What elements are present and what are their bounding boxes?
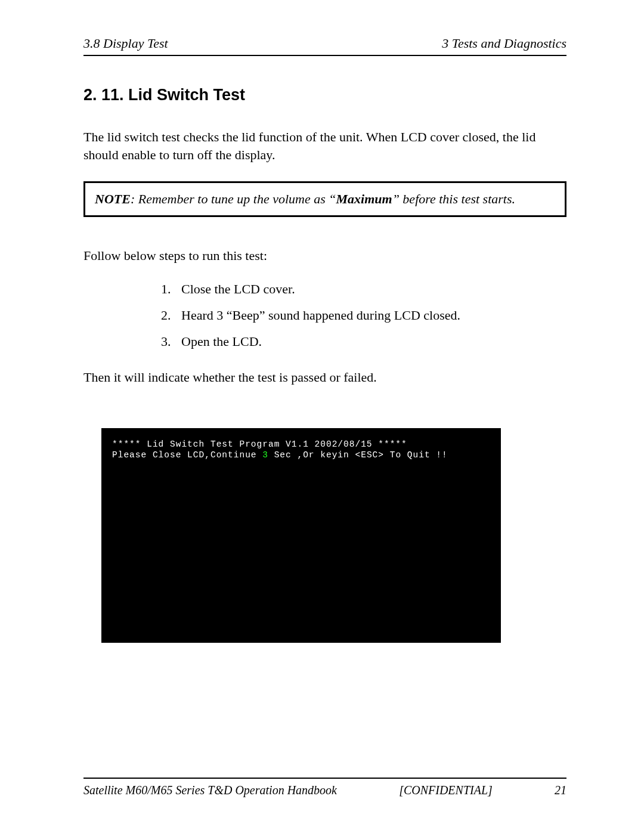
step-text: Close the LCD cover. <box>181 281 295 297</box>
note-sep: : <box>131 191 138 206</box>
terminal-line-2-prefix: Please Close LCD,Continue <box>112 450 262 460</box>
note-box: NOTE: Remember to tune up the volume as … <box>83 181 566 217</box>
header-left: 3.8 Display Test <box>83 36 168 51</box>
step-item: 2. Heard 3 “Beep” sound happened during … <box>161 308 566 323</box>
terminal-screenshot: ***** Lid Switch Test Program V1.1 2002/… <box>101 428 501 643</box>
step-item: 3. Open the LCD. <box>161 334 566 349</box>
terminal-line-2-highlight: 3 <box>262 450 268 460</box>
footer-page-number: 21 <box>555 784 566 797</box>
steps-list: 1. Close the LCD cover. 2. Heard 3 “Beep… <box>161 281 566 349</box>
terminal-line-1: ***** Lid Switch Test Program V1.1 2002/… <box>112 439 407 449</box>
step-item: 1. Close the LCD cover. <box>161 281 566 297</box>
step-number: 1. <box>161 281 181 297</box>
step-text: Heard 3 “Beep” sound happened during LCD… <box>181 308 460 323</box>
follow-paragraph: Follow below steps to run this test: <box>83 247 566 265</box>
note-text-after: ” before this test starts. <box>392 191 515 206</box>
step-number: 3. <box>161 334 181 349</box>
running-footer: Satellite M60/M65 Series T&D Operation H… <box>83 778 566 797</box>
intro-paragraph: The lid switch test checks the lid funct… <box>83 128 566 163</box>
footer-left: Satellite M60/M65 Series T&D Operation H… <box>83 784 337 797</box>
note-bold: Maximum <box>336 191 392 206</box>
header-rule <box>83 55 566 56</box>
note-text-before: Remember to tune up the volume as “ <box>138 191 336 206</box>
footer-rule <box>83 778 566 779</box>
step-number: 2. <box>161 308 181 323</box>
terminal-line-2-suffix: Sec ,Or keyin <ESC> To Quit !! <box>268 450 448 460</box>
note-label: NOTE <box>95 191 131 206</box>
document-page: 3.8 Display Test 3 Tests and Diagnostics… <box>0 0 644 833</box>
step-text: Open the LCD. <box>181 334 262 349</box>
result-paragraph: Then it will indicate whether the test i… <box>83 368 566 386</box>
footer-center: [CONFIDENTIAL] <box>399 784 493 797</box>
running-header: 3.8 Display Test 3 Tests and Diagnostics <box>83 36 566 51</box>
section-title: 2. 11. Lid Switch Test <box>83 86 566 104</box>
header-right: 3 Tests and Diagnostics <box>442 36 566 51</box>
